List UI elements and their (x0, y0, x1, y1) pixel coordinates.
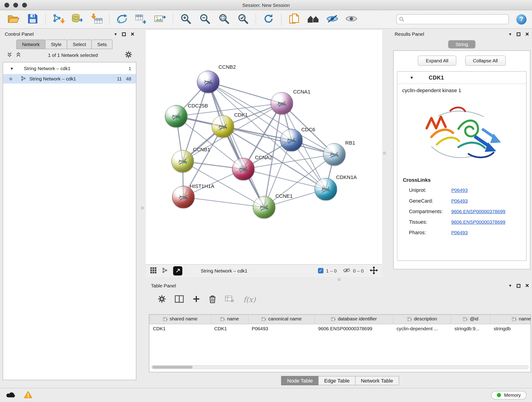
network-collection-row[interactable]: ▼ String Network – cdk1 1 (3, 64, 136, 73)
warning-icon[interactable] (24, 390, 32, 400)
network-edge[interactable] (183, 197, 264, 207)
network-node-CDKN1A[interactable] (315, 178, 337, 200)
panel-float-icon[interactable] (517, 284, 520, 287)
import-network-file-button[interactable] (50, 12, 66, 27)
import-network-database-button[interactable] (69, 12, 85, 27)
zoom-in-button[interactable] (177, 12, 194, 27)
maximize-window-button[interactable] (22, 3, 27, 7)
crosslink-pharos-link[interactable]: P06493 (451, 230, 468, 235)
panel-close-icon[interactable]: × (525, 31, 529, 37)
close-window-button[interactable] (4, 3, 9, 7)
bottom-splitter-handle[interactable] (338, 278, 341, 281)
hide-graphics-details-button[interactable] (324, 12, 341, 27)
network-node-CCNA1[interactable] (271, 92, 293, 115)
network-node-CCNB2[interactable] (197, 70, 220, 93)
cell-canonical-name[interactable]: P06493 (248, 324, 315, 333)
tab-network[interactable]: Network (16, 40, 45, 49)
network-edge[interactable] (223, 127, 334, 154)
panel-float-icon[interactable] (122, 32, 126, 36)
memory-button[interactable]: Memory (491, 391, 526, 399)
network-node-CCNB1[interactable] (171, 150, 194, 172)
first-neighbors-button[interactable] (114, 12, 130, 27)
search-input[interactable] (396, 14, 509, 24)
export-image-button[interactable] (152, 12, 168, 27)
cell-name[interactable]: CDK1 (211, 324, 248, 333)
column-header-name[interactable]: name (211, 315, 248, 324)
delete-column-trash-icon[interactable] (209, 295, 216, 305)
network-node-CDK1[interactable] (212, 115, 234, 138)
pan-crosshair-icon[interactable] (370, 266, 378, 275)
add-column-icon[interactable] (192, 295, 200, 304)
cell-id[interactable]: stringdb:9... (451, 324, 490, 333)
collapse-all-button[interactable]: Collapse All (465, 56, 506, 66)
tab-network-table[interactable]: Network Table (355, 376, 399, 385)
column-header-canonical-name[interactable]: canonical name (248, 315, 315, 324)
network-share-icon[interactable] (162, 267, 168, 274)
gear-icon[interactable] (125, 51, 132, 60)
panel-close-icon[interactable]: × (131, 31, 134, 37)
panel-close-icon[interactable]: × (525, 283, 529, 289)
cell-description[interactable]: cyclin-dependent ... (393, 324, 451, 333)
delete-table-icon[interactable] (225, 295, 234, 304)
home-views-button[interactable] (305, 12, 321, 27)
network-node-CCNA2[interactable] (232, 158, 254, 180)
zoom-out-button[interactable] (196, 12, 213, 27)
panel-menu-caret-icon[interactable]: ▼ (508, 284, 512, 287)
horizontal-scrollbar[interactable] (151, 365, 529, 369)
network-edge[interactable] (208, 82, 264, 207)
crosslink-uniprot-link[interactable]: P06493 (451, 187, 468, 193)
network-node-CDC6[interactable] (280, 129, 303, 151)
help-button[interactable]: ? (516, 14, 527, 25)
column-header-database-identifier[interactable]: database identifier (315, 315, 393, 324)
new-network-from-selection-button[interactable] (133, 12, 149, 27)
tab-select[interactable]: Select (67, 40, 92, 49)
zoom-selected-button[interactable] (235, 12, 251, 27)
open-session-button[interactable] (6, 12, 22, 27)
right-splitter-handle[interactable] (383, 152, 386, 154)
scrollbar-thumb[interactable] (152, 366, 193, 369)
tab-sets[interactable]: Sets (91, 40, 113, 49)
node-details-header[interactable]: ▼ CDK1 (397, 71, 526, 84)
column-header-description[interactable]: description (393, 315, 451, 324)
expand-all-button[interactable]: Expand All (418, 56, 456, 66)
table-row[interactable]: CDK1 CDK1 P06493 9606.ENSP00000378699 cy… (149, 324, 531, 333)
network-node-RB1[interactable] (323, 143, 346, 166)
selected-checkbox-icon[interactable]: ✓ (318, 268, 323, 274)
network-edges[interactable] (146, 30, 382, 264)
tab-edge-table[interactable]: Edge Table (318, 376, 355, 385)
detach-view-button[interactable] (173, 266, 182, 275)
grid-view-icon[interactable] (150, 267, 157, 274)
show-columns-icon[interactable] (175, 295, 184, 304)
show-graphics-details-button[interactable] (343, 12, 360, 27)
collapse-all-icon[interactable] (7, 52, 12, 59)
crosslink-tissues-link[interactable]: 9606.ENSP00000378699 (451, 219, 505, 225)
cell-shared-name[interactable]: CDK1 (149, 324, 211, 333)
section-disclosure-icon[interactable]: ▼ (410, 75, 414, 80)
network-canvas[interactable]: CCNB2CCNA1CDC25BCDK1CDC6RB1CCNB1CCNA2CDK… (146, 30, 382, 264)
column-header-id[interactable]: @id (451, 315, 490, 324)
collection-disclosure-icon[interactable]: ▼ (10, 66, 13, 70)
function-builder-button[interactable]: f(x) (243, 296, 256, 304)
import-table-button[interactable] (88, 12, 104, 27)
tab-node-table[interactable]: Node Table (281, 376, 319, 385)
left-splitter-handle[interactable] (141, 206, 144, 209)
panel-menu-caret-icon[interactable]: ▼ (508, 32, 512, 36)
cell-database-identifier[interactable]: 9606.ENSP00000378699 (315, 324, 393, 333)
panel-menu-caret-icon[interactable]: ▼ (114, 32, 117, 36)
column-header-namespace[interactable]: namespace (490, 315, 531, 324)
column-header-shared-name[interactable]: shared name (149, 315, 211, 324)
tab-string[interactable]: String (448, 40, 476, 49)
cell-namespace[interactable]: stringdb (490, 324, 531, 333)
tab-style[interactable]: Style (45, 40, 67, 49)
minimize-window-button[interactable] (13, 3, 18, 7)
expand-all-icon[interactable] (16, 52, 21, 59)
network-node-HIST1H1A[interactable] (172, 186, 195, 208)
apply-layout-button[interactable] (260, 12, 277, 27)
network-node-CDC25B[interactable] (165, 105, 187, 128)
table-settings-gear-icon[interactable] (158, 295, 166, 305)
documents-button[interactable] (286, 12, 302, 27)
panel-float-icon[interactable] (517, 32, 520, 36)
network-row-selected[interactable]: String Network – cdk1 11 48 (3, 74, 136, 84)
crosslink-genecard-link[interactable]: P06493 (451, 198, 468, 203)
hidden-eye-slash-icon[interactable] (343, 268, 350, 274)
